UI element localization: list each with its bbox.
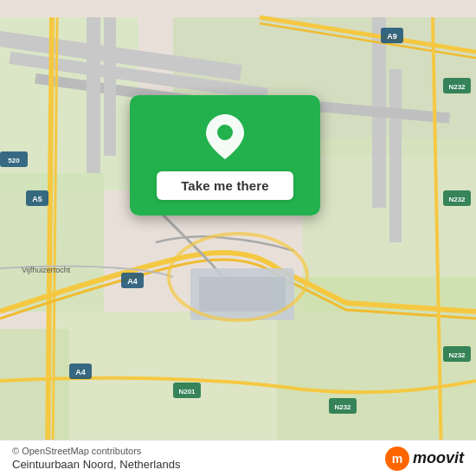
popup-card: Take me there bbox=[130, 95, 320, 215]
moovit-logo: m moovit bbox=[385, 447, 464, 471]
moovit-icon: m bbox=[385, 447, 409, 471]
svg-text:A4: A4 bbox=[75, 368, 86, 376]
svg-text:N201: N201 bbox=[178, 388, 196, 396]
take-me-there-button[interactable]: Take me there bbox=[157, 171, 293, 200]
svg-rect-15 bbox=[104, 17, 116, 156]
svg-text:N232: N232 bbox=[448, 351, 466, 359]
popup-green-area: Take me there bbox=[130, 95, 320, 215]
svg-text:Vijfhuizertocht: Vijfhuizertocht bbox=[22, 266, 71, 274]
svg-text:A4: A4 bbox=[127, 277, 138, 286]
moovit-brand-text: moovit bbox=[413, 449, 464, 467]
attribution-bar: © OpenStreetMap contributors Ceintuurbaa… bbox=[0, 440, 476, 476]
svg-text:N232: N232 bbox=[334, 403, 351, 411]
svg-text:520: 520 bbox=[8, 157, 20, 164]
svg-rect-6 bbox=[52, 312, 277, 459]
location-pin-icon bbox=[206, 114, 244, 159]
map-background: A5 A4 A4 A9 N232 N232 N232 N201 N232 520… bbox=[0, 0, 476, 476]
map-container: A5 A4 A4 A9 N232 N232 N232 N201 N232 520… bbox=[0, 0, 476, 476]
openstreetmap-attribution: © OpenStreetMap contributors bbox=[12, 446, 180, 456]
svg-text:N232: N232 bbox=[448, 83, 466, 91]
svg-rect-12 bbox=[389, 69, 402, 242]
svg-text:A5: A5 bbox=[32, 195, 42, 203]
svg-rect-14 bbox=[87, 17, 100, 173]
location-name-label: Ceintuurbaan Noord, Netherlands bbox=[12, 458, 180, 471]
svg-point-40 bbox=[217, 125, 233, 140]
svg-text:N232: N232 bbox=[448, 196, 466, 203]
svg-text:A9: A9 bbox=[387, 32, 397, 41]
svg-rect-38 bbox=[199, 277, 286, 312]
